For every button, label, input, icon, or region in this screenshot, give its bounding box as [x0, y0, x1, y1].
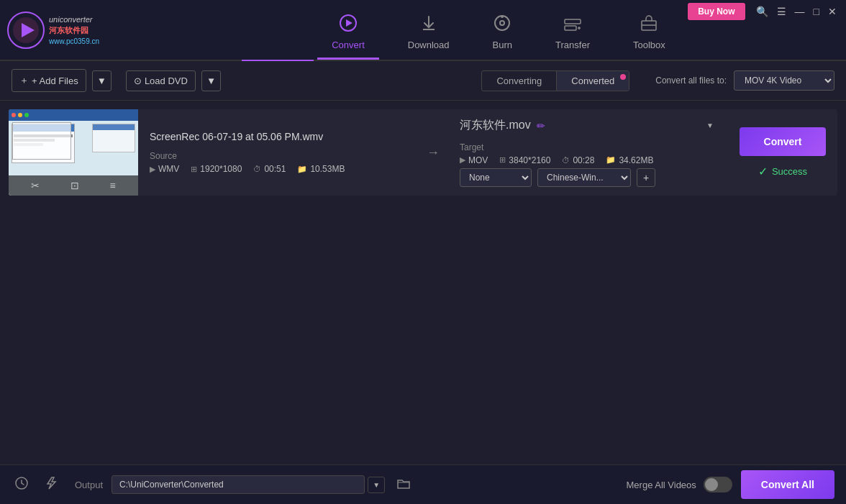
file-item: ✂ ⊡ ≡ ScreenRec 06-07-19 at 05.06 PM.wmv…	[9, 109, 837, 196]
format-select[interactable]: MOV 4K Video	[734, 70, 834, 91]
svg-marker-4	[346, 19, 352, 27]
success-text: Success	[772, 166, 807, 177]
source-duration: 00:51	[264, 164, 286, 174]
buy-now-button[interactable]: Buy Now	[688, 3, 745, 20]
source-size-item: 📁 10.53MB	[297, 164, 345, 174]
tab-transfer-label: Transfer	[555, 40, 590, 50]
search-button[interactable]: 🔍	[752, 5, 772, 18]
tab-transfer[interactable]: Transfer	[541, 6, 604, 60]
app-logo	[7, 12, 45, 49]
add-subtitle-button[interactable]: +	[637, 168, 655, 187]
source-size: 10.53MB	[310, 164, 345, 174]
tab-toolbox[interactable]: Toolbox	[619, 6, 680, 60]
converted-tab-label: Converted	[571, 75, 614, 86]
target-format-item: ▶ MOV	[460, 155, 488, 165]
target-resolution: 3840*2160	[509, 155, 550, 165]
svg-rect-9	[565, 19, 581, 24]
toolbar: ＋ + Add Files ▼ ⊙ Load DVD ▼ Converting …	[0, 61, 846, 101]
add-files-dropdown-button[interactable]: ▼	[92, 70, 112, 91]
load-dvd-button[interactable]: ⊙ Load DVD	[126, 70, 196, 91]
tab-burn-label: Burn	[493, 40, 512, 50]
download-icon	[419, 14, 438, 37]
merge-all-area: Merge All Videos	[627, 477, 732, 492]
source-duration-item: ⏱ 00:51	[253, 164, 286, 174]
success-icon: ✓	[758, 165, 768, 178]
clock-icon-button[interactable]	[12, 473, 32, 497]
format-icon: ▶	[150, 165, 155, 174]
tab-convert[interactable]: Convert	[317, 6, 379, 60]
output-path-input[interactable]	[112, 475, 365, 494]
tab-toolbox-label: Toolbox	[633, 40, 665, 50]
target-dropdown-button[interactable]: ▼	[704, 120, 717, 131]
target-header: 河东软件.mov ✏ ▼	[460, 118, 717, 133]
converted-tab-button[interactable]: Converted	[557, 71, 629, 91]
output-label: Output	[75, 480, 103, 490]
subtitle-track-select[interactable]: Chinese-Win...	[537, 168, 631, 187]
cut-icon[interactable]: ✂	[31, 180, 40, 191]
logo-box: uniconverter 河东软件园 www.pc0359.cn	[7, 12, 99, 49]
target-resolution-icon: ⊞	[499, 155, 506, 165]
content-area: ✂ ⊡ ≡ ScreenRec 06-07-19 at 05.06 PM.wmv…	[0, 101, 846, 464]
merge-toggle[interactable]	[704, 477, 732, 492]
add-files-button[interactable]: ＋ + Add Files	[12, 69, 86, 92]
convert-button[interactable]: Convert	[740, 127, 826, 156]
target-size: 34.62MB	[619, 155, 653, 165]
audio-track-select[interactable]: None	[460, 168, 532, 187]
bottombar: Output ▼ Merge All Videos Convert All	[0, 464, 846, 504]
source-label: Source	[150, 151, 345, 161]
tab-convert-label: Convert	[332, 40, 365, 50]
source-resolution: 1920*1080	[200, 164, 242, 174]
target-resolution-item: ⊞ 3840*2160	[499, 155, 550, 165]
target-duration-item: ⏱ 00:28	[562, 155, 594, 165]
minimize-button[interactable]: —	[791, 5, 809, 18]
effects-icon[interactable]: ≡	[110, 180, 116, 191]
source-resolution-item: ⊞ 1920*1080	[191, 164, 242, 174]
menu-button[interactable]: ☰	[773, 5, 790, 18]
burn-icon	[493, 14, 511, 37]
folder-icon: 📁	[297, 165, 307, 174]
target-bottom-row: None Chinese-Win... +	[460, 168, 717, 187]
maximize-button[interactable]: □	[810, 5, 823, 18]
app-name-label: uniconverter	[49, 15, 99, 24]
tab-download-label: Download	[408, 40, 450, 50]
dvd-icon: ⊙	[134, 75, 142, 86]
open-folder-button[interactable]	[394, 473, 414, 497]
success-badge: ✓ Success	[758, 165, 807, 178]
tab-download[interactable]: Download	[394, 6, 464, 60]
arrow-section: →	[418, 109, 448, 196]
load-dvd-dropdown-button[interactable]: ▼	[201, 70, 221, 91]
tab-switcher: Converting Converted	[481, 70, 629, 91]
output-path-dropdown-button[interactable]: ▼	[368, 477, 385, 493]
file-thumbnail: ✂ ⊡ ≡	[9, 109, 138, 196]
file-details: Source ▶ WMV ⊞ 1920*1080 ⏱	[150, 151, 406, 174]
target-filename-area: 河东软件.mov ✏	[460, 118, 545, 133]
converted-dot	[620, 74, 626, 80]
merge-all-label: Merge All Videos	[627, 480, 696, 490]
convert-all-button[interactable]: Convert All	[741, 470, 834, 499]
tab-burn[interactable]: Burn	[478, 6, 527, 60]
convert-button-section: Convert ✓ Success	[728, 109, 837, 196]
file-info: ScreenRec 06-07-19 at 05.06 PM.wmv Sourc…	[138, 109, 418, 196]
convert-icon	[339, 14, 358, 37]
source-format: WMV	[158, 164, 179, 174]
add-icon: ＋	[19, 74, 29, 87]
close-button[interactable]: ✕	[824, 5, 840, 18]
site-name-label: 河东软件园	[49, 25, 99, 36]
arrow-right-icon: →	[427, 145, 440, 160]
thumb-controls: ✂ ⊡ ≡	[9, 175, 138, 196]
svg-point-7	[500, 21, 504, 25]
transfer-icon	[563, 14, 582, 37]
file-name: ScreenRec 06-07-19 at 05.06 PM.wmv	[150, 131, 406, 142]
output-path-container: ▼	[112, 475, 385, 494]
target-duration-icon: ⏱	[562, 156, 570, 165]
target-section: 河东软件.mov ✏ ▼ Target ▶ MOV ⊞ 3840*	[448, 109, 728, 196]
lightning-icon-button[interactable]	[40, 473, 60, 497]
source-format-item: ▶ WMV	[150, 164, 179, 174]
svg-point-8	[501, 15, 504, 18]
target-format-icon: ▶	[460, 155, 465, 165]
crop-icon[interactable]: ⊡	[70, 180, 79, 191]
edit-icon[interactable]: ✏	[537, 120, 545, 132]
convert-all-label: Convert all files to:	[655, 75, 727, 86]
add-files-label: + Add Files	[32, 75, 78, 86]
converting-tab-button[interactable]: Converting	[482, 71, 557, 91]
